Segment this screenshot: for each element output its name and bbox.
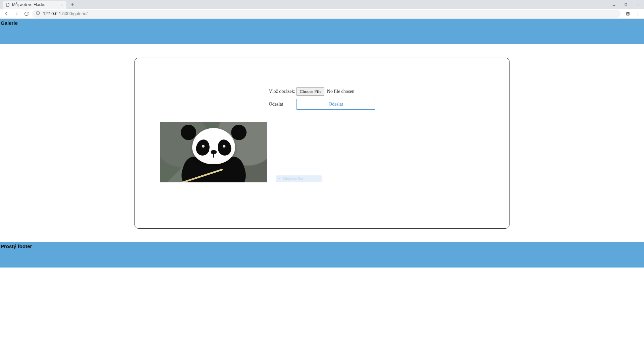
submit-row-label: Odeslat [268, 98, 296, 110]
upload-form: Vlož obrázek: Choose File No file chosen… [268, 85, 376, 112]
file-input-label: Vlož obrázek: [268, 87, 296, 96]
gallery [160, 122, 484, 182]
address-bar[interactable]: 127.0.0.1:5000/galerie/ [32, 10, 621, 18]
file-chosen-text: No file chosen [327, 89, 355, 94]
page-footer: Prostý footer [0, 242, 644, 268]
kebab-menu-icon[interactable] [634, 10, 642, 18]
svg-point-4 [638, 12, 638, 12]
browser-toolbar: 127.0.0.1:5000/galerie/ [0, 9, 644, 19]
gallery-image [160, 122, 267, 182]
back-button[interactable] [2, 9, 11, 18]
svg-point-6 [638, 15, 638, 15]
page-main: Vlož obrázek: Choose File No file chosen… [0, 44, 644, 242]
reload-button[interactable] [22, 9, 31, 18]
page-header: Galerie [0, 19, 644, 44]
page-viewport[interactable]: Galerie Vlož obrázek: Choose File No fil… [0, 19, 644, 352]
close-window-button[interactable] [632, 0, 644, 9]
account-icon[interactable] [624, 10, 632, 18]
close-tab-icon[interactable] [59, 2, 64, 7]
page-title: Galerie [1, 20, 643, 26]
browser-tabbar: Můj web ve Flasku [0, 0, 644, 9]
site-info-icon[interactable] [36, 11, 40, 16]
svg-point-3 [628, 13, 629, 14]
content-card: Vlož obrázek: Choose File No file chosen… [135, 58, 509, 229]
submit-button[interactable]: Odeslat [297, 99, 375, 110]
window-controls [608, 0, 644, 9]
file-icon [5, 2, 10, 7]
footer-text: Prostý footer [1, 243, 643, 249]
svg-point-5 [638, 13, 638, 14]
url-text: 127.0.0.1:5000/galerie/ [43, 11, 88, 16]
maximize-button[interactable] [620, 0, 632, 9]
browser-tab[interactable]: Můj web ve Flasku [3, 1, 66, 9]
divider [160, 118, 484, 118]
forward-button[interactable] [12, 9, 21, 18]
svg-rect-0 [625, 3, 627, 5]
choose-file-button[interactable]: Choose File [297, 87, 324, 96]
new-tab-button[interactable] [68, 1, 76, 9]
tab-title: Můj web ve Flasku [12, 2, 57, 7]
minimize-button[interactable] [608, 0, 620, 9]
